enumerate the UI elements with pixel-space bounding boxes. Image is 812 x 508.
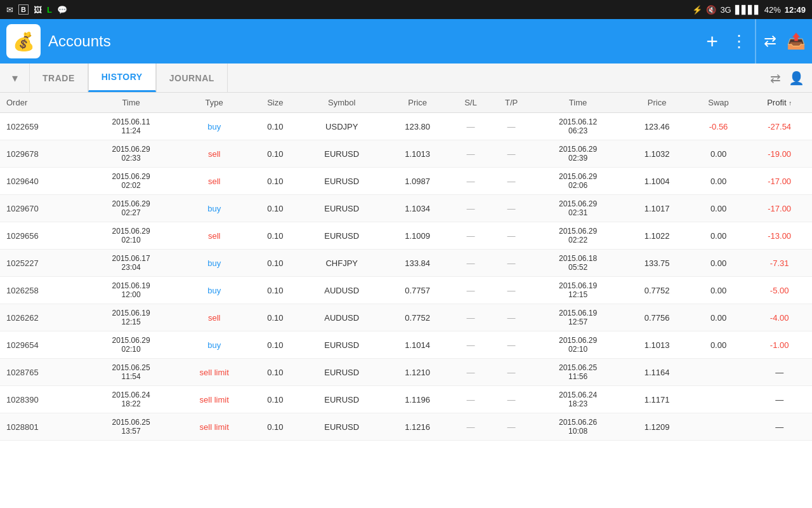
cell-profit: —: [747, 386, 812, 413]
cell-order: 1028390: [0, 386, 85, 413]
cell-profit: -19.00: [747, 140, 812, 168]
cell-close-time: 2015.06.1206:23: [532, 113, 624, 140]
menu-button[interactable]: ⋮: [731, 32, 747, 51]
cell-open-price: 0.7757: [384, 277, 450, 304]
cell-profit: -27.54: [747, 113, 812, 140]
cell-swap: 0.00: [690, 140, 747, 168]
cell-type: sell limit: [177, 413, 251, 441]
cell-order: 1026258: [0, 277, 85, 304]
cell-size: 0.10: [251, 222, 299, 250]
tab-history[interactable]: HISTORY: [88, 64, 156, 92]
cell-profit: -17.00: [747, 195, 812, 222]
time-label: 12:49: [785, 5, 806, 15]
table-row[interactable]: 1026262 2015.06.1912:15 sell 0.10 AUDUSD…: [0, 304, 812, 331]
table-body: 1022659 2015.06.1111:24 buy 0.10 USDJPY …: [0, 113, 812, 441]
table-row[interactable]: 1029656 2015.06.2902:10 sell 0.10 EURUSD…: [0, 222, 812, 250]
cell-size: 0.10: [251, 331, 299, 359]
cell-sl: —: [450, 304, 490, 331]
cell-open-price: 1.1014: [384, 331, 450, 359]
tab-history-label: HISTORY: [102, 72, 143, 82]
tab-trade[interactable]: TRADE: [29, 64, 88, 92]
cell-close-time: 2015.06.2511:56: [532, 359, 624, 386]
cell-size: 0.10: [251, 304, 299, 331]
cell-order: 1026262: [0, 304, 85, 331]
cell-open-price: 0.7752: [384, 304, 450, 331]
cell-symbol: EURUSD: [299, 413, 384, 441]
tab-journal[interactable]: JOURNAL: [156, 64, 228, 92]
cell-swap: -0.56: [690, 113, 747, 140]
cell-close-price: 1.1017: [624, 195, 690, 222]
col-close-time: Time: [532, 93, 624, 113]
cell-sl: —: [450, 222, 490, 250]
cell-profit: -1.00: [747, 331, 812, 359]
cell-open-time: 2015.06.2511:54: [85, 359, 177, 386]
cell-profit: -13.00: [747, 222, 812, 250]
tab-journal-label: JOURNAL: [169, 73, 214, 83]
cell-order: 1025227: [0, 250, 85, 277]
col-type: Type: [177, 93, 251, 113]
cell-swap: [690, 386, 747, 413]
table-row[interactable]: 1022659 2015.06.1111:24 buy 0.10 USDJPY …: [0, 113, 812, 140]
cell-sl: —: [450, 331, 490, 359]
cell-size: 0.10: [251, 113, 299, 140]
cell-close-time: 2015.06.2902:39: [532, 140, 624, 168]
cell-tp: —: [491, 386, 532, 413]
cell-tp: —: [491, 331, 532, 359]
cell-symbol: EURUSD: [299, 386, 384, 413]
swap-icon[interactable]: ⇄: [764, 32, 776, 50]
col-swap: Swap: [690, 93, 747, 113]
cell-swap: 0.00: [690, 277, 747, 304]
toolbar-actions: + ⋮: [706, 30, 747, 53]
table-row[interactable]: 1029640 2015.06.2902:02 sell 0.10 EURUSD…: [0, 168, 812, 195]
cell-close-time: 2015.06.2902:22: [532, 222, 624, 250]
cell-open-price: 1.1196: [384, 386, 450, 413]
cell-close-price: 133.75: [624, 250, 690, 277]
cell-symbol: AUDUSD: [299, 304, 384, 331]
cell-tp: —: [491, 140, 532, 168]
cell-order: 1028765: [0, 359, 85, 386]
cell-close-time: 2015.06.2902:06: [532, 168, 624, 195]
col-profit[interactable]: Profit ↑: [747, 93, 812, 113]
table-row[interactable]: 1029678 2015.06.2902:33 sell 0.10 EURUSD…: [0, 140, 812, 168]
cell-tp: —: [491, 168, 532, 195]
table-row[interactable]: 1029654 2015.06.2902:10 buy 0.10 EURUSD …: [0, 331, 812, 359]
table-row[interactable]: 1028765 2015.06.2511:54 sell limit 0.10 …: [0, 359, 812, 386]
cell-tp: —: [491, 359, 532, 386]
cell-sl: —: [450, 140, 490, 168]
cell-symbol: EURUSD: [299, 168, 384, 195]
tab-dropdown[interactable]: ▾: [0, 64, 29, 93]
toolbar-divider: [755, 19, 756, 64]
cell-open-price: 1.1034: [384, 195, 450, 222]
col-sl: S/L: [450, 93, 490, 113]
cell-close-time: 2015.06.2902:31: [532, 195, 624, 222]
add-button[interactable]: +: [706, 30, 718, 53]
table-row[interactable]: 1029670 2015.06.2902:27 buy 0.10 EURUSD …: [0, 195, 812, 222]
history-table-container: Order Time Type Size Symbol Price S/L T/…: [0, 93, 812, 508]
cell-close-price: 0.7756: [624, 304, 690, 331]
cell-sl: —: [450, 168, 490, 195]
table-row[interactable]: 1028390 2015.06.2418:22 sell limit 0.10 …: [0, 386, 812, 413]
cell-open-time: 2015.06.2902:02: [85, 168, 177, 195]
signal-icon: ▋▋▋▋: [735, 5, 761, 15]
tab-trade-label: TRADE: [43, 73, 75, 83]
export-icon[interactable]: 📤: [787, 32, 806, 50]
cell-size: 0.10: [251, 277, 299, 304]
cell-symbol: AUDUSD: [299, 277, 384, 304]
filter-icon[interactable]: ⇄: [768, 68, 783, 88]
battery-label: 42%: [764, 5, 781, 15]
cell-size: 0.10: [251, 250, 299, 277]
mail-icon: ✉: [6, 5, 13, 15]
account-icon[interactable]: 👤: [786, 68, 807, 88]
cell-close-time: 2015.06.1912:57: [532, 304, 624, 331]
bluetooth-icon: ⚡: [692, 5, 702, 15]
toolbar-title: Accounts: [48, 32, 698, 50]
cell-open-time: 2015.06.1723:04: [85, 250, 177, 277]
table-row[interactable]: 1028801 2015.06.2513:57 sell limit 0.10 …: [0, 413, 812, 441]
cell-close-price: 0.7752: [624, 277, 690, 304]
cell-swap: 0.00: [690, 331, 747, 359]
cell-tp: —: [491, 413, 532, 441]
cell-size: 0.10: [251, 168, 299, 195]
cell-close-price: 1.1209: [624, 413, 690, 441]
table-row[interactable]: 1026258 2015.06.1912:00 buy 0.10 AUDUSD …: [0, 277, 812, 304]
table-row[interactable]: 1025227 2015.06.1723:04 buy 0.10 CHFJPY …: [0, 250, 812, 277]
